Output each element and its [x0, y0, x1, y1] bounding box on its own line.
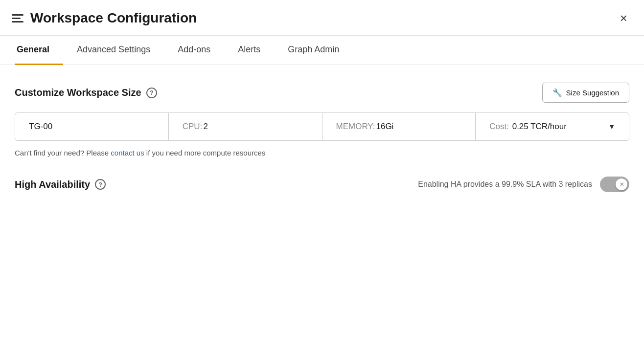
modal-title: Workspace Configuration: [30, 10, 197, 26]
workspace-config-row[interactable]: TG-00 CPU: 2 MEMORY: 16Gi Cost: 0.25 TCR…: [15, 112, 629, 141]
workspace-memory-cell: MEMORY: 16Gi: [322, 113, 476, 140]
tab-advanced-settings[interactable]: Advanced Settings: [63, 36, 164, 65]
toggle-off-icon: ✕: [620, 181, 624, 188]
modal-header: Workspace Configuration ×: [0, 0, 644, 36]
toggle-thumb: ✕: [616, 178, 627, 190]
workspace-size-section: Customize Workspace Size ? 🔧 Size Sugges…: [15, 83, 629, 157]
header-left: Workspace Configuration: [12, 10, 197, 26]
toggle-track: ✕: [600, 177, 629, 192]
tab-graph-admin[interactable]: Graph Admin: [274, 36, 353, 65]
cost-dropdown-arrow[interactable]: ▼: [608, 123, 615, 131]
workspace-cpu-cell: CPU: 2: [169, 113, 322, 140]
tab-alerts[interactable]: Alerts: [224, 36, 274, 65]
tab-add-ons[interactable]: Add-ons: [164, 36, 224, 65]
ha-title: High Availability: [15, 179, 90, 190]
cpu-value: 2: [203, 122, 207, 132]
workspace-configuration-modal: Workspace Configuration × General Advanc…: [0, 0, 644, 356]
ha-help-icon[interactable]: ?: [95, 179, 106, 190]
workspace-size-help-icon[interactable]: ?: [146, 88, 157, 98]
workspace-tier-cell: TG-00: [15, 113, 169, 140]
close-button[interactable]: ×: [618, 10, 629, 26]
memory-label: MEMORY:: [336, 122, 375, 132]
high-availability-section: High Availability ? Enabling HA provides…: [15, 177, 629, 192]
tab-bar: General Advanced Settings Add-ons Alerts…: [0, 36, 644, 65]
contact-us-link[interactable]: contact us: [111, 149, 144, 157]
ha-toggle[interactable]: ✕: [600, 177, 629, 192]
ha-right: Enabling HA provides a 99.9% SLA with 3 …: [418, 177, 629, 192]
section-title-group: Customize Workspace Size ?: [15, 87, 157, 98]
size-suggestion-label: Size Suggestion: [566, 89, 619, 97]
wrench-icon: 🔧: [552, 88, 562, 97]
cpu-label: CPU:: [183, 122, 203, 132]
cost-value: 0.25 TCR/hour: [512, 122, 567, 131]
size-suggestion-button[interactable]: 🔧 Size Suggestion: [542, 83, 629, 103]
workspace-cost-cell[interactable]: Cost: 0.25 TCR/hour ▼: [476, 113, 629, 140]
hamburger-icon[interactable]: [12, 14, 23, 22]
ha-title-group: High Availability ?: [15, 179, 106, 190]
workspace-tier: TG-00: [29, 122, 52, 132]
cost-label: Cost:: [489, 122, 509, 131]
workspace-size-title: Customize Workspace Size: [15, 87, 141, 98]
tab-general[interactable]: General: [15, 36, 63, 65]
cant-find-text: Can't find your need? Please contact us …: [15, 149, 629, 157]
section-header-workspace-size: Customize Workspace Size ? 🔧 Size Sugges…: [15, 83, 629, 103]
memory-value: 16Gi: [376, 122, 393, 132]
tab-content-general: Customize Workspace Size ? 🔧 Size Sugges…: [0, 65, 644, 207]
ha-description: Enabling HA provides a 99.9% SLA with 3 …: [418, 180, 592, 189]
